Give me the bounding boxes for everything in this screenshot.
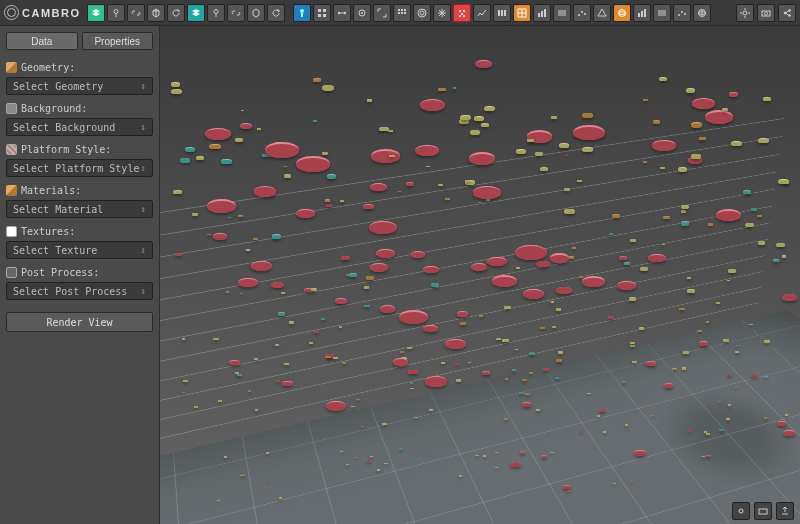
tab-data-label: Data xyxy=(31,36,52,47)
geometry-icon xyxy=(6,62,17,73)
tool-settings-icon[interactable] xyxy=(736,4,754,22)
data-point xyxy=(527,130,552,142)
data-point xyxy=(778,179,789,184)
tool-bars-icon[interactable] xyxy=(533,4,551,22)
tool-bars2-icon[interactable] xyxy=(633,4,651,22)
data-point xyxy=(686,88,696,93)
corner-settings-icon[interactable] xyxy=(732,502,750,520)
data-point xyxy=(284,174,292,178)
post-process-icon xyxy=(6,267,17,278)
tool-align-icon[interactable] xyxy=(493,4,511,22)
svg-rect-17 xyxy=(404,9,406,11)
data-point xyxy=(262,154,270,158)
render-view-button[interactable]: Render View xyxy=(6,312,153,332)
data-point xyxy=(388,130,393,132)
data-point xyxy=(582,113,594,119)
data-point xyxy=(171,82,180,86)
tool-layers-a-icon[interactable] xyxy=(87,4,105,22)
tool-pin-a-icon[interactable] xyxy=(107,4,125,22)
dropdown-textures[interactable]: Select Texture xyxy=(6,241,153,259)
tool-cube-a-icon[interactable] xyxy=(147,4,165,22)
data-point xyxy=(415,145,439,157)
tool-link-b-icon[interactable] xyxy=(227,4,245,22)
svg-rect-37 xyxy=(544,9,546,17)
data-point xyxy=(692,98,714,109)
data-point xyxy=(575,134,579,136)
data-point xyxy=(274,142,285,147)
tool-tree-icon[interactable] xyxy=(293,4,311,22)
data-point xyxy=(459,119,469,124)
tool-density-icon[interactable] xyxy=(453,4,471,22)
tool-grid9-icon[interactable] xyxy=(393,4,411,22)
dropdown-background[interactable]: Select Background xyxy=(6,118,153,136)
data-point xyxy=(185,147,195,152)
tool-refresh-b-icon[interactable] xyxy=(267,4,285,22)
tool-connect-icon[interactable] xyxy=(333,4,351,22)
tool-spark-icon[interactable] xyxy=(473,4,491,22)
data-point xyxy=(205,128,231,141)
tool-snapshot-icon[interactable] xyxy=(757,4,775,22)
tool-burst-icon[interactable] xyxy=(433,4,451,22)
tab-data[interactable]: Data xyxy=(6,32,78,50)
data-point xyxy=(389,155,395,158)
data-point xyxy=(313,120,317,122)
corner-camera-icon[interactable] xyxy=(754,502,772,520)
data-point xyxy=(322,152,328,155)
tool-grid-o-icon[interactable] xyxy=(513,4,531,22)
data-point xyxy=(722,108,728,111)
data-point xyxy=(379,127,389,132)
tool-scatter2-icon[interactable] xyxy=(673,4,691,22)
data-point xyxy=(776,243,785,247)
svg-point-54 xyxy=(684,13,686,15)
corner-export-icon[interactable] xyxy=(776,502,794,520)
section-postprocess-label: Post Process: xyxy=(6,267,153,278)
svg-point-22 xyxy=(420,11,424,15)
svg-point-14 xyxy=(361,12,363,14)
tool-rings-icon[interactable] xyxy=(413,4,431,22)
data-point xyxy=(653,120,660,123)
svg-rect-7 xyxy=(323,9,326,12)
tool-share-icon[interactable] xyxy=(778,4,796,22)
svg-point-42 xyxy=(581,11,583,13)
dropdown-materials[interactable]: Select Material xyxy=(6,200,153,218)
tool-refresh-a-icon[interactable] xyxy=(167,4,185,22)
svg-point-41 xyxy=(578,14,580,16)
tool-grid4-icon[interactable] xyxy=(313,4,331,22)
svg-rect-46 xyxy=(638,13,640,17)
svg-point-64 xyxy=(765,12,768,15)
dropdown-postprocess[interactable]: Select Post Process xyxy=(6,282,153,300)
data-point xyxy=(782,255,787,257)
tool-link-a-icon[interactable] xyxy=(127,4,145,22)
tab-properties[interactable]: Properties xyxy=(82,32,154,50)
tool-target-icon[interactable] xyxy=(353,4,371,22)
svg-rect-19 xyxy=(401,12,403,14)
data-point xyxy=(420,99,446,111)
svg-rect-8 xyxy=(318,14,321,17)
tool-layers-b-icon[interactable] xyxy=(187,4,205,22)
data-point xyxy=(527,139,534,142)
tool-align3-icon[interactable] xyxy=(653,4,671,22)
data-point xyxy=(240,123,253,129)
data-point xyxy=(481,123,489,127)
data-point xyxy=(763,97,771,101)
data-point xyxy=(551,116,557,119)
tool-radar-icon[interactable] xyxy=(593,4,611,22)
svg-rect-48 xyxy=(644,9,646,17)
data-point xyxy=(782,294,797,301)
tool-globe-icon[interactable] xyxy=(693,4,711,22)
dropdown-platform[interactable]: Select Platform Style xyxy=(6,159,153,177)
tool-cube-b-icon[interactable] xyxy=(247,4,265,22)
section-background-label: Background: xyxy=(6,103,153,114)
tool-sphere-icon[interactable] xyxy=(613,4,631,22)
section-geometry-label: Geometry: xyxy=(6,62,153,73)
sidebar-tabs: Data Properties xyxy=(6,32,153,50)
data-point xyxy=(241,110,245,112)
tool-scatter-icon[interactable] xyxy=(573,4,591,22)
data-point xyxy=(729,92,738,96)
tool-pin-b-icon[interactable] xyxy=(207,4,225,22)
data-point xyxy=(475,60,491,68)
dropdown-geometry[interactable]: Select Geometry xyxy=(6,77,153,95)
tool-align2-icon[interactable] xyxy=(553,4,571,22)
viewport-3d[interactable] xyxy=(160,26,800,524)
tool-expand-icon[interactable] xyxy=(373,4,391,22)
